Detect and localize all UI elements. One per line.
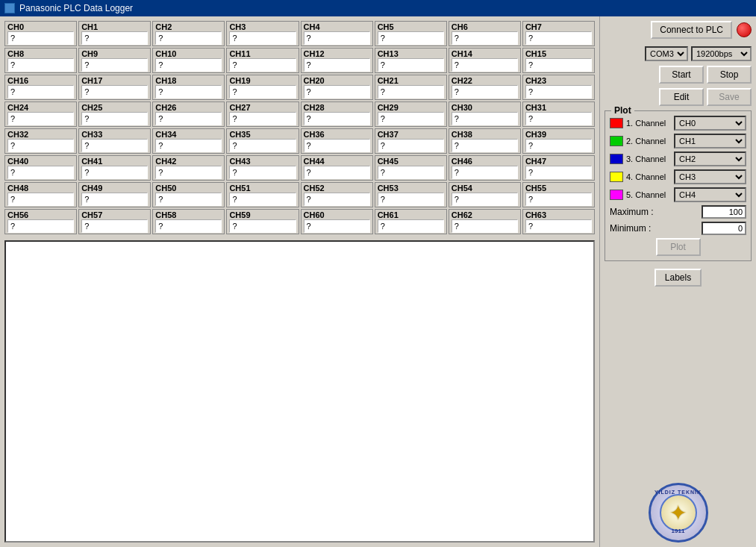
channel-cell-ch60: CH60 ?	[301, 209, 373, 234]
channel-cell-ch36: CH36 ?	[301, 128, 373, 154]
university-logo: YILDIZ TEKNİK ✦ 1911	[649, 483, 708, 543]
channel-label: CH60	[304, 210, 370, 219]
channel-select-4[interactable]: CH0CH1CH2CH3CH4CH5CH6CH7CH8CH9CH10CH11CH…	[674, 169, 746, 184]
channel-label: CH25	[81, 103, 148, 112]
channel-cell-ch9: CH9 ?	[78, 48, 151, 73]
channel-value: ?	[525, 139, 592, 152]
plot-channel-row-1: 1. ChannelCH0CH1CH2CH3CH4CH5CH6CH7CH8CH9…	[610, 116, 746, 131]
channel-label: CH50	[155, 184, 222, 193]
channel-value: ?	[81, 193, 148, 206]
channel-value: ?	[378, 219, 444, 233]
channel-cell-ch54: CH54 ?	[449, 182, 521, 207]
logo-area: YILDIZ TEKNİK ✦ 1911	[605, 483, 752, 543]
channel-value: ?	[7, 31, 74, 45]
channel-label: CH47	[525, 157, 592, 166]
channel-label: CH52	[304, 184, 370, 193]
channel-cell-ch62: CH62 ?	[449, 209, 521, 234]
channel-label: CH23	[525, 76, 592, 85]
channel-label: CH11	[229, 49, 296, 58]
channel-cell-ch53: CH53 ?	[375, 182, 447, 207]
channel-select-5[interactable]: CH0CH1CH2CH3CH4CH5CH6CH7CH8CH9CH10CH11CH…	[674, 187, 746, 202]
channel-value: ?	[525, 112, 592, 125]
maximum-input[interactable]	[702, 205, 746, 219]
channel-cell-ch18: CH18 ?	[152, 75, 225, 100]
start-button[interactable]: Start	[659, 66, 704, 84]
channel-cell-ch30: CH30 ?	[449, 101, 521, 127]
channel-label-5: 5. Channel	[626, 190, 671, 199]
channel-value: ?	[155, 139, 222, 152]
channel-cell-ch34: CH34 ?	[152, 128, 225, 154]
channel-value: ?	[229, 112, 296, 125]
channel-select-2[interactable]: CH0CH1CH2CH3CH4CH5CH6CH7CH8CH9CH10CH11CH…	[674, 134, 746, 149]
channel-cell-ch14: CH14 ?	[449, 48, 521, 73]
channel-value: ?	[378, 58, 444, 72]
channel-label: CH4	[304, 22, 370, 31]
channel-value: ?	[525, 166, 592, 179]
channel-cell-ch61: CH61 ?	[375, 209, 447, 234]
channel-value: ?	[304, 166, 370, 179]
channel-select-3[interactable]: CH0CH1CH2CH3CH4CH5CH6CH7CH8CH9CH10CH11CH…	[674, 151, 746, 166]
logo-text-top: YILDIZ TEKNİK	[655, 490, 702, 495]
channel-label: CH45	[378, 157, 444, 166]
start-stop-row: Start Stop	[605, 66, 752, 84]
channel-cell-ch37: CH37 ?	[375, 128, 447, 154]
baud-rate-select[interactable]: 9600bps19200bps38400bps57600bps115200bps	[691, 46, 752, 61]
save-button[interactable]: Save	[707, 88, 752, 106]
channel-label: CH6	[452, 22, 518, 31]
channel-label: CH18	[155, 76, 222, 85]
channel-value: ?	[229, 166, 296, 179]
channel-label: CH14	[452, 49, 518, 58]
channel-label: CH55	[525, 184, 592, 193]
channel-cell-ch63: CH63 ?	[522, 209, 595, 234]
plot-channel-row-5: 5. ChannelCH0CH1CH2CH3CH4CH5CH6CH7CH8CH9…	[610, 187, 746, 202]
channel-value: ?	[452, 193, 518, 206]
channel-value: ?	[7, 112, 74, 125]
edit-button[interactable]: Edit	[659, 88, 704, 106]
channel-cell-ch16: CH16 ?	[4, 75, 77, 100]
minimum-input[interactable]	[702, 222, 746, 235]
edit-save-row: Edit Save	[605, 88, 752, 106]
logo-inner: ✦	[660, 494, 697, 531]
channel-color-box-2	[610, 136, 623, 146]
channel-label: CH63	[525, 210, 592, 219]
channel-label: CH26	[155, 103, 222, 112]
channel-value: ?	[155, 219, 222, 233]
channel-value: ?	[304, 139, 370, 152]
channel-label: CH40	[7, 157, 74, 166]
channel-select-1[interactable]: CH0CH1CH2CH3CH4CH5CH6CH7CH8CH9CH10CH11CH…	[674, 116, 746, 131]
channel-value: ?	[452, 85, 518, 99]
stop-button[interactable]: Stop	[707, 66, 752, 84]
plot-channel-row-2: 2. ChannelCH0CH1CH2CH3CH4CH5CH6CH7CH8CH9…	[610, 134, 746, 149]
connect-to-plc-button[interactable]: Connect to PLC	[651, 21, 732, 39]
channel-label-1: 1. Channel	[626, 119, 671, 128]
channel-label: CH58	[155, 210, 222, 219]
channel-cell-ch23: CH23 ?	[522, 75, 595, 100]
channel-value: ?	[155, 166, 222, 179]
labels-button[interactable]: Labels	[655, 269, 702, 287]
channel-label: CH38	[452, 130, 518, 139]
channel-cell-ch20: CH20 ?	[301, 75, 373, 100]
channel-value: ?	[304, 58, 370, 72]
channel-value: ?	[81, 58, 148, 72]
channel-cell-ch39: CH39 ?	[522, 128, 595, 154]
com-port-select[interactable]: COM1COM2COM3COM4	[645, 46, 688, 61]
channel-value: ?	[155, 85, 222, 99]
channel-cell-ch43: CH43 ?	[226, 155, 299, 181]
channel-value: ?	[155, 193, 222, 206]
channel-value: ?	[7, 219, 74, 233]
status-led	[737, 22, 752, 37]
channel-cell-ch45: CH45 ?	[375, 155, 447, 181]
channel-cell-ch8: CH8 ?	[4, 48, 77, 73]
channels-grid: CH0 ? CH1 ? CH2 ? CH3 ? CH4 ? CH5 ? CH6 …	[4, 21, 595, 234]
channel-label: CH48	[7, 184, 74, 193]
channel-label: CH62	[452, 210, 518, 219]
channel-label: CH15	[525, 49, 592, 58]
channel-label: CH41	[81, 157, 148, 166]
channel-cell-ch40: CH40 ?	[4, 155, 77, 181]
channel-cell-ch10: CH10 ?	[152, 48, 225, 73]
channel-label: CH46	[452, 157, 518, 166]
plot-button[interactable]: Plot	[656, 238, 701, 256]
channel-cell-ch5: CH5 ?	[375, 21, 447, 46]
channel-value: ?	[7, 139, 74, 152]
channel-label: CH32	[7, 130, 74, 139]
